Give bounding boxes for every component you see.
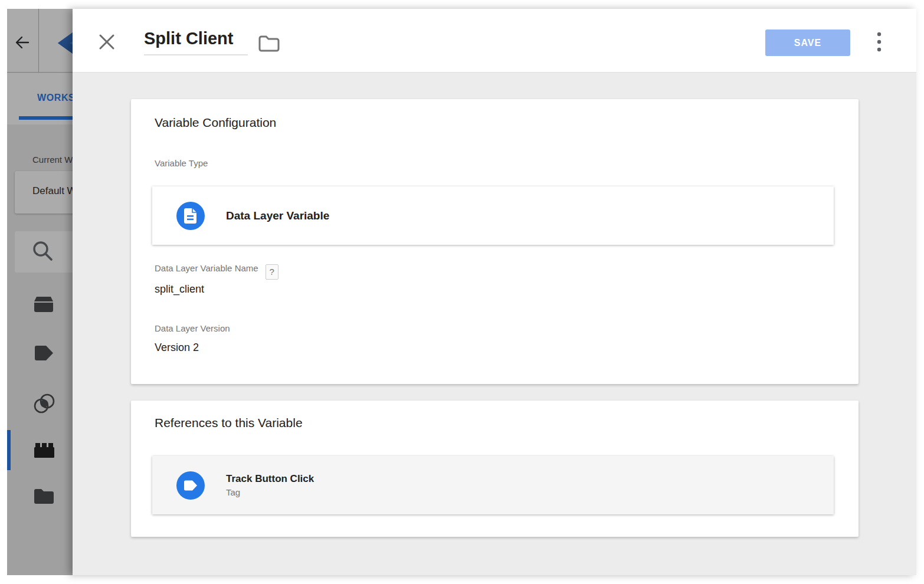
reference-type: Tag (226, 487, 314, 497)
kebab-menu-icon (877, 31, 882, 55)
variable-name-field[interactable]: Split Client (144, 29, 248, 55)
variable-type-name: Data Layer Variable (226, 209, 329, 222)
move-to-folder-button[interactable] (258, 35, 280, 53)
variable-type-label: Variable Type (155, 158, 208, 168)
more-options-button[interactable] (870, 31, 888, 55)
dlv-version-label: Data Layer Version (155, 323, 230, 333)
variable-type-selector[interactable]: Data Layer Variable (152, 186, 834, 245)
reference-name: Track Button Click (226, 473, 314, 485)
variable-name-text: Split Client (144, 29, 233, 48)
card-title: Variable Configuration (155, 116, 276, 130)
tag-circle-icon (176, 471, 205, 500)
save-button[interactable]: SAVE (765, 29, 850, 56)
page: WORKSPACE Current Workspace Default Work… (0, 0, 924, 584)
references-title: References to this Variable (155, 416, 303, 430)
references-card: References to this Variable Track Button… (131, 401, 859, 537)
reference-item[interactable]: Track Button Click Tag (152, 456, 834, 514)
dlv-name-label: Data Layer Variable Name? (155, 263, 278, 280)
editor-header: Split Client SAVE (73, 9, 916, 73)
variable-editor-panel: Split Client SAVE (73, 9, 916, 575)
help-badge[interactable]: ? (266, 264, 278, 280)
dlv-name-value: split_client (155, 283, 204, 296)
close-icon (97, 43, 116, 53)
folder-outline-icon (258, 44, 280, 54)
dlv-version-value: Version 2 (155, 342, 199, 354)
close-button[interactable] (97, 32, 116, 51)
variable-configuration-card: Variable Configuration Variable Type Dat… (131, 99, 859, 384)
data-layer-variable-icon (176, 202, 205, 230)
